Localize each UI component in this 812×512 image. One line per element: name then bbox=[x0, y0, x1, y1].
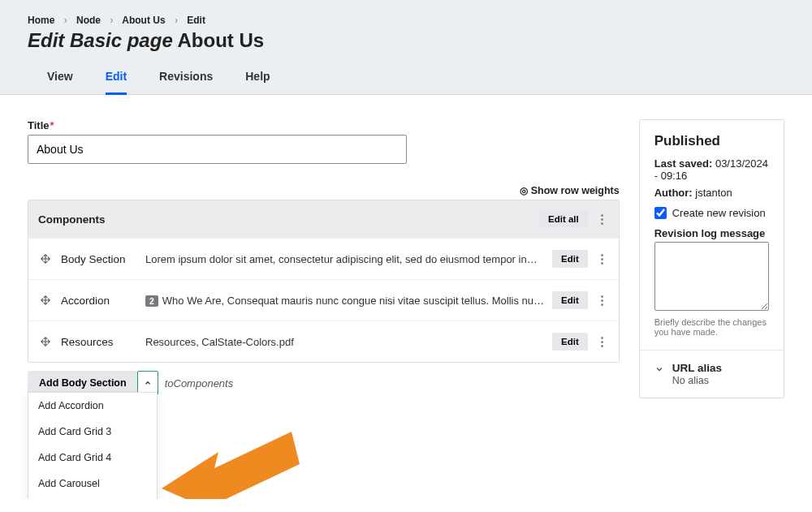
edit-button[interactable]: Edit bbox=[552, 333, 588, 351]
edit-button[interactable]: Edit bbox=[552, 250, 588, 268]
components-heading: Components bbox=[38, 213, 539, 226]
sidebar: Published Last saved: 03/13/2024 - 09:16… bbox=[639, 119, 784, 398]
create-revision-checkbox[interactable]: Create new revision bbox=[654, 207, 769, 219]
dropdown-item-add-carousel[interactable]: Add Carousel bbox=[28, 471, 157, 497]
title-input[interactable] bbox=[28, 135, 407, 164]
chevron-right-icon: › bbox=[64, 15, 67, 26]
author: Author: jstanton bbox=[654, 187, 769, 199]
breadcrumb: Home › Node › About Us › Edit bbox=[28, 15, 784, 26]
revision-log-help: Briefly describe the changes you have ma… bbox=[654, 317, 769, 337]
tab-help[interactable]: Help bbox=[245, 63, 270, 94]
url-alias-subtitle: No alias bbox=[672, 375, 722, 386]
page-title: Edit Basic page About Us bbox=[28, 29, 784, 52]
kebab-icon[interactable] bbox=[596, 211, 609, 227]
component-name: Resources bbox=[61, 336, 145, 348]
tab-edit[interactable]: Edit bbox=[106, 63, 127, 95]
breadcrumb-item[interactable]: Home bbox=[28, 15, 54, 26]
kebab-icon[interactable] bbox=[596, 251, 609, 267]
chevron-right-icon: › bbox=[175, 15, 178, 26]
component-name: Accordion bbox=[61, 295, 145, 307]
breadcrumb-item[interactable]: Node bbox=[76, 15, 101, 26]
last-saved: Last saved: 03/13/2024 - 09:16 bbox=[654, 157, 769, 182]
count-badge: 2 bbox=[145, 295, 158, 307]
tab-revisions[interactable]: Revisions bbox=[159, 63, 213, 94]
edit-all-button[interactable]: Edit all bbox=[539, 210, 588, 228]
drag-handle-icon[interactable] bbox=[38, 293, 53, 308]
url-alias-title: URL alias bbox=[672, 362, 722, 374]
title-label: Title* bbox=[28, 119, 620, 131]
component-row: Accordion 2Who We Are, Consequat mauris … bbox=[28, 279, 619, 321]
dropdown-item-add-card-grid-3[interactable]: Add Card Grid 3 bbox=[28, 419, 157, 445]
dropdown-item-add-pill-tabs[interactable]: Add Pill Tabs bbox=[28, 497, 157, 499]
dropdown-item-add-card-grid-4[interactable]: Add Card Grid 4 bbox=[28, 445, 157, 471]
kebab-icon[interactable] bbox=[596, 333, 609, 350]
dropdown-item-add-accordion[interactable]: Add Accordion bbox=[28, 393, 157, 419]
component-row: Body Section Lorem ipsum dolor sit amet,… bbox=[28, 238, 619, 279]
chevron-down-icon bbox=[654, 364, 664, 376]
component-name: Body Section bbox=[61, 253, 145, 265]
no-components-text: toComponents bbox=[165, 377, 234, 389]
published-status: Published bbox=[654, 133, 769, 149]
create-revision-input[interactable] bbox=[654, 207, 667, 219]
component-desc: Resources, CalState-Colors.pdf bbox=[145, 336, 552, 348]
kebab-icon[interactable] bbox=[596, 292, 609, 308]
breadcrumb-item[interactable]: About Us bbox=[122, 15, 165, 26]
url-alias-section[interactable]: URL alias No alias bbox=[640, 350, 784, 398]
show-row-weights[interactable]: ◎Show row weights bbox=[28, 185, 620, 196]
eye-icon: ◎ bbox=[520, 185, 528, 196]
chevron-right-icon: › bbox=[110, 15, 113, 26]
component-row: Resources Resources, CalState-Colors.pdf… bbox=[28, 321, 619, 362]
breadcrumb-item[interactable]: Edit bbox=[187, 15, 205, 26]
revision-log-label: Revision log message bbox=[654, 227, 769, 239]
drag-handle-icon[interactable] bbox=[38, 334, 53, 349]
drag-handle-icon[interactable] bbox=[38, 252, 53, 266]
add-component-dropdown: Add Accordion Add Card Grid 3 Add Card G… bbox=[28, 392, 158, 499]
edit-button[interactable]: Edit bbox=[552, 291, 588, 309]
component-desc: 2Who We Are, Consequat mauris nunc congu… bbox=[145, 295, 552, 307]
tab-view[interactable]: View bbox=[47, 63, 73, 94]
revision-log-textarea[interactable] bbox=[654, 242, 769, 311]
component-desc: Lorem ipsum dolor sit amet, consectetur … bbox=[145, 253, 552, 265]
tabs: View Edit Revisions Help bbox=[28, 63, 784, 94]
components-panel: Components Edit all Body Section Lorem i… bbox=[28, 200, 620, 363]
